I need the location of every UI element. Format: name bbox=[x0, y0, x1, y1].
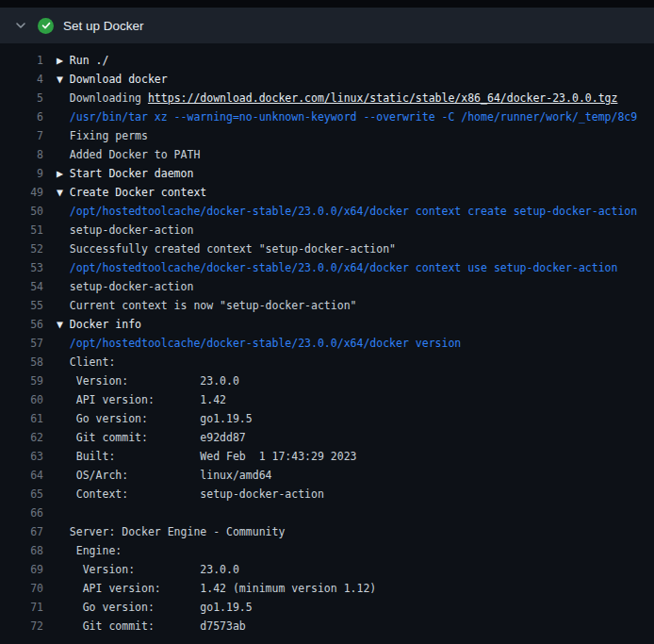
line-number[interactable]: 56 bbox=[0, 315, 43, 334]
line-content: OS/Arch: linux/amd64 bbox=[43, 466, 271, 485]
log-text: Fixing perms bbox=[57, 129, 148, 142]
log-group-line[interactable]: 49▼ Create Docker context bbox=[0, 183, 654, 202]
line-number[interactable]: 64 bbox=[0, 466, 43, 485]
line-number[interactable]: 50 bbox=[0, 202, 43, 221]
line-number[interactable]: 6 bbox=[0, 107, 43, 126]
line-number[interactable]: 66 bbox=[0, 504, 43, 522]
line-content: Built: Wed Feb 1 17:43:29 2023 bbox=[43, 447, 357, 466]
log-group-line[interactable]: 56▼ Docker info bbox=[0, 315, 654, 334]
line-number[interactable]: 51 bbox=[0, 221, 43, 239]
line-number[interactable]: 59 bbox=[0, 372, 43, 390]
log-line: 51 setup-docker-action bbox=[0, 221, 654, 239]
log-line: 63 Built: Wed Feb 1 17:43:29 2023 bbox=[0, 447, 654, 466]
log-group-line[interactable]: 9▶ Start Docker daemon bbox=[0, 164, 654, 183]
log-command-text: /opt/hostedtoolcache/docker-stable/23.0.… bbox=[57, 337, 461, 350]
log-link[interactable]: https://download.docker.com/linux/static… bbox=[148, 91, 618, 105]
line-content: API version: 1.42 bbox=[43, 390, 226, 409]
line-number[interactable]: 9 bbox=[0, 164, 43, 183]
log-line: 69 Version: 23.0.0 bbox=[0, 560, 654, 579]
chevron-down-icon[interactable] bbox=[15, 20, 26, 31]
line-number[interactable]: 49 bbox=[0, 183, 43, 202]
log-line: 68 Engine: bbox=[0, 541, 654, 560]
step-header[interactable]: Set up Docker bbox=[0, 8, 654, 43]
line-content: setup-docker-action bbox=[43, 221, 193, 239]
line-content: Current context is now "setup-docker-act… bbox=[43, 296, 357, 315]
line-content: /opt/hostedtoolcache/docker-stable/23.0.… bbox=[43, 334, 461, 353]
log-line: 72 Git commit: d7573ab bbox=[0, 617, 654, 636]
log-line: 55 Current context is now "setup-docker-… bbox=[0, 296, 654, 315]
line-content: Go version: go1.19.5 bbox=[43, 598, 253, 617]
log-line: 8 Added Docker to PATH bbox=[0, 145, 654, 164]
line-number[interactable]: 1 bbox=[0, 51, 43, 70]
line-number[interactable]: 60 bbox=[0, 390, 43, 409]
line-number[interactable]: 52 bbox=[0, 239, 43, 258]
line-number[interactable]: 4 bbox=[0, 70, 43, 89]
log-text: Context: setup-docker-action bbox=[57, 487, 324, 501]
line-content: Engine: bbox=[43, 541, 122, 560]
log-text: Version: 23.0.0 bbox=[57, 374, 239, 388]
log-text: setup-docker-action bbox=[57, 280, 193, 293]
line-number[interactable]: 69 bbox=[0, 560, 43, 579]
line-number[interactable]: 63 bbox=[0, 447, 43, 466]
check-circle-icon bbox=[38, 18, 54, 34]
line-number[interactable]: 72 bbox=[0, 617, 43, 636]
log-text: ▼ Docker info bbox=[57, 318, 141, 331]
line-number[interactable]: 61 bbox=[0, 409, 43, 428]
line-content: Downloading https://download.docker.com/… bbox=[43, 89, 617, 107]
line-content: Server: Docker Engine - Community bbox=[43, 522, 285, 541]
line-number[interactable]: 5 bbox=[0, 89, 43, 107]
line-number[interactable]: 8 bbox=[0, 145, 43, 164]
log-line: 58 Client: bbox=[0, 353, 654, 372]
log-command-text: /opt/hostedtoolcache/docker-stable/23.0.… bbox=[57, 205, 637, 218]
line-content: Added Docker to PATH bbox=[43, 145, 200, 164]
log-line: 54 setup-docker-action bbox=[0, 277, 654, 296]
log-text: Git commit: e92dd87 bbox=[57, 431, 246, 444]
line-number[interactable]: 70 bbox=[0, 579, 43, 598]
log-line: 65 Context: setup-docker-action bbox=[0, 485, 654, 504]
log-text: ▶ Start Docker daemon bbox=[57, 167, 193, 180]
line-number[interactable]: 7 bbox=[0, 126, 43, 145]
log-text: Version: 23.0.0 bbox=[57, 563, 239, 576]
line-content: API version: 1.42 (minimum version 1.12) bbox=[43, 579, 376, 598]
line-content: Successfully created context "setup-dock… bbox=[43, 239, 396, 258]
log-text: API version: 1.42 bbox=[57, 393, 226, 406]
log-group-line[interactable]: 1▶ Run ./ bbox=[0, 51, 654, 70]
log-text: API version: 1.42 (minimum version 1.12) bbox=[57, 582, 376, 595]
log-text: setup-docker-action bbox=[57, 223, 193, 237]
log-text: Built: Wed Feb 1 17:43:29 2023 bbox=[57, 450, 357, 463]
log-line: 7 Fixing perms bbox=[0, 126, 654, 145]
line-content: /opt/hostedtoolcache/docker-stable/23.0.… bbox=[43, 258, 617, 277]
log-line: 62 Git commit: e92dd87 bbox=[0, 428, 654, 447]
log-line: 66 bbox=[0, 504, 654, 522]
line-number[interactable]: 53 bbox=[0, 258, 43, 277]
line-number[interactable]: 57 bbox=[0, 334, 43, 353]
line-content: Go version: go1.19.5 bbox=[43, 409, 253, 428]
line-content: Version: 23.0.0 bbox=[43, 560, 239, 579]
line-content: Fixing perms bbox=[43, 126, 148, 145]
log-group-line[interactable]: 4▼ Download docker bbox=[0, 70, 654, 89]
log-line: 71 Go version: go1.19.5 bbox=[0, 598, 654, 617]
line-content: /opt/hostedtoolcache/docker-stable/23.0.… bbox=[43, 202, 637, 221]
log-text: Current context is now "setup-docker-act… bbox=[57, 299, 357, 312]
log-text: Client: bbox=[57, 355, 115, 369]
line-number[interactable]: 54 bbox=[0, 277, 43, 296]
line-number[interactable]: 55 bbox=[0, 296, 43, 315]
log-line: 64 OS/Arch: linux/amd64 bbox=[0, 466, 654, 485]
log-line: 67 Server: Docker Engine - Community bbox=[0, 522, 654, 541]
line-number[interactable]: 71 bbox=[0, 598, 43, 617]
line-number[interactable]: 62 bbox=[0, 428, 43, 447]
line-content: ▶ Start Docker daemon bbox=[43, 164, 193, 183]
log-text: Downloading bbox=[57, 91, 148, 105]
log-text: Successfully created context "setup-dock… bbox=[57, 242, 396, 256]
log-line: 53 /opt/hostedtoolcache/docker-stable/23… bbox=[0, 258, 654, 277]
line-number[interactable]: 67 bbox=[0, 522, 43, 541]
line-content: Context: setup-docker-action bbox=[43, 485, 324, 504]
log-line: 57 /opt/hostedtoolcache/docker-stable/23… bbox=[0, 334, 654, 353]
log-line: 59 Version: 23.0.0 bbox=[0, 372, 654, 390]
line-number[interactable]: 65 bbox=[0, 485, 43, 504]
log-text: ▼ Download docker bbox=[57, 73, 168, 86]
line-number[interactable]: 58 bbox=[0, 353, 43, 372]
line-number[interactable]: 68 bbox=[0, 541, 43, 560]
line-content: Version: 23.0.0 bbox=[43, 372, 239, 390]
log-text: Go version: go1.19.5 bbox=[57, 601, 253, 614]
